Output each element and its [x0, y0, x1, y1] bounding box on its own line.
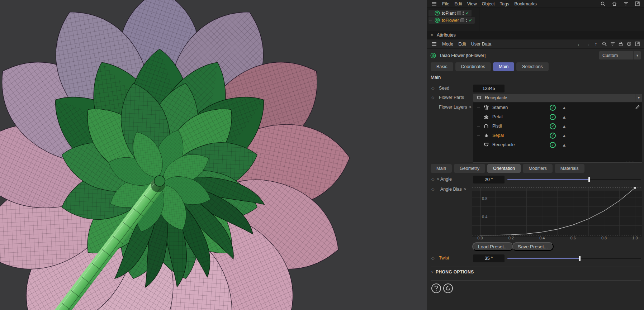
3d-viewport[interactable] [0, 0, 427, 310]
triangle-icon[interactable]: ▲ [562, 114, 567, 120]
object-label[interactable]: toPlant [442, 11, 456, 16]
layer-row-stamen[interactable]: Stamen ✓ ▲ [473, 103, 642, 112]
filter-icon[interactable] [609, 41, 616, 47]
seed-input[interactable]: 12345 [473, 85, 505, 92]
enabled-check-icon[interactable]: ✓ [550, 114, 556, 120]
petal-icon [483, 114, 489, 120]
curve-endpoint [634, 187, 636, 189]
triangle-icon[interactable]: ▲ [562, 133, 567, 138]
twist-slider[interactable] [507, 258, 641, 259]
angle-bias-curve-editor[interactable]: 0.8 0.4 0.00.20.40.60.81.0 [472, 186, 642, 240]
close-icon[interactable]: × [431, 33, 433, 38]
target-icon[interactable] [626, 41, 632, 47]
twist-slider-handle[interactable] [579, 256, 581, 261]
triangle-icon[interactable]: ▲ [562, 124, 567, 129]
object-label[interactable]: toFlower [442, 18, 459, 23]
tab-main[interactable]: Main [431, 164, 452, 173]
keyframe-diamond-icon[interactable]: ◇ [431, 95, 434, 100]
home-icon[interactable] [611, 1, 617, 7]
keyframe-diamond-icon[interactable]: ◇ [431, 187, 434, 192]
menu-user-data[interactable]: User Data [471, 42, 491, 47]
hamburger-menu-icon[interactable] [431, 1, 437, 7]
collapse-chevron-icon[interactable]: ∨ [437, 177, 439, 181]
layer-row-pistil[interactable]: Pistil ✓ ▲ [473, 121, 642, 131]
layer-label: Sepal [492, 133, 521, 138]
menu-mode[interactable]: Mode [442, 42, 453, 47]
menu-edit[interactable]: Edit [454, 1, 462, 6]
help-icon[interactable] [431, 283, 441, 293]
lock-icon[interactable] [617, 41, 624, 47]
y-tick-0-8: 0.8 [482, 196, 487, 201]
tab-modifiers[interactable]: Modifiers [523, 164, 553, 173]
keyframe-diamond-icon[interactable]: ◇ [431, 177, 434, 182]
chevron-down-icon: ▼ [633, 51, 641, 59]
seed-row: ◇ Seed 12345 [427, 85, 644, 92]
angle-slider-handle[interactable] [588, 177, 590, 182]
list-resize-handle[interactable]: ······ [626, 160, 635, 163]
triangle-icon[interactable]: ▲ [562, 142, 567, 148]
enabled-check-icon[interactable]: ✓ [469, 18, 473, 23]
menu-tags[interactable]: Tags [500, 1, 509, 6]
twist-label: Twist [439, 256, 449, 261]
attributes-titlebar: × Attributes [427, 31, 644, 39]
enabled-check-icon[interactable]: ✓ [550, 105, 556, 111]
keyframe-diamond-icon[interactable]: ◇ [431, 86, 434, 91]
menu-bookmarks[interactable]: Bookmarks [514, 1, 537, 6]
enabled-check-icon[interactable]: ✓ [550, 133, 556, 139]
hamburger-menu-icon[interactable] [431, 41, 437, 47]
save-preset-button[interactable]: Save Preset... [512, 242, 554, 251]
preset-dropdown[interactable]: Custom ▼ [599, 51, 641, 59]
svg-text:0.2: 0.2 [508, 236, 514, 240]
triangle-icon[interactable]: ▲ [562, 105, 567, 110]
load-preset-button[interactable]: Load Preset... [472, 242, 513, 251]
flower-parts-value: Receptacle [485, 95, 507, 100]
tab-basic[interactable]: Basic [431, 62, 453, 71]
svg-text:0.0: 0.0 [477, 236, 483, 240]
tab-selections[interactable]: Selections [516, 62, 549, 71]
layer-label: Receptacle [492, 142, 521, 147]
tab-geometry[interactable]: Geometry [454, 164, 485, 173]
popout-icon[interactable] [634, 41, 640, 47]
search-icon[interactable] [600, 1, 606, 7]
search-icon[interactable] [601, 41, 607, 47]
object-state-icon[interactable] [460, 18, 464, 22]
object-state-icon[interactable] [457, 11, 461, 15]
menu-file[interactable]: File [442, 1, 449, 6]
visibility-dots[interactable] [466, 19, 467, 22]
back-arrow-icon[interactable]: ← [576, 41, 583, 47]
flower-layers-label[interactable]: Flower Layers> [439, 105, 472, 110]
tab-main[interactable]: Main [493, 62, 514, 71]
filter-icon[interactable] [622, 1, 629, 7]
enabled-check-icon[interactable]: ✓ [465, 11, 469, 15]
expand-icon[interactable] [634, 1, 640, 7]
object-row-toplant[interactable]: toPlant ✓ [428, 10, 472, 16]
seed-label: Seed [439, 86, 449, 91]
menu-object[interactable]: Object [482, 1, 495, 6]
keyframe-diamond-icon[interactable]: ◇ [431, 256, 434, 261]
layer-row-petal[interactable]: Petal ✓ ▲ [473, 112, 642, 121]
divider [473, 162, 642, 163]
twist-input[interactable]: 35 ° [473, 254, 505, 262]
layer-row-receptacle[interactable]: Receptacle ✓ ▲ [473, 140, 642, 149]
flower-parts-dropdown[interactable]: Receptacle ▼ [473, 94, 642, 102]
enabled-check-icon[interactable]: ✓ [550, 123, 556, 129]
menu-view[interactable]: View [467, 1, 477, 6]
object-row-toflower[interactable]: toFlower ✓ [428, 17, 475, 24]
visibility-dots[interactable] [463, 11, 464, 15]
tab-orientation[interactable]: Orientation [487, 164, 521, 173]
angle-input[interactable]: 20 ° [473, 176, 505, 183]
angle-bias-curve-svg: 0.8 0.4 0.00.20.40.60.81.0 [472, 186, 642, 240]
enabled-check-icon[interactable]: ✓ [550, 142, 556, 148]
angle-slider[interactable] [507, 179, 641, 180]
menu-edit[interactable]: Edit [458, 42, 466, 47]
phong-options-header[interactable]: › PHONG OPTIONS [431, 270, 474, 275]
layer-label: Petal [492, 114, 521, 119]
layer-row-sepal[interactable]: Sepal ✓ ▲ [473, 131, 642, 140]
reset-icon[interactable] [443, 283, 453, 293]
tab-coordinates[interactable]: Coordinates [455, 62, 491, 71]
up-arrow-icon[interactable]: ↑ [593, 41, 599, 47]
sub-tabs: Main Geometry Orientation Modifiers Mate… [431, 164, 584, 173]
angle-bias-label[interactable]: Angle Bias> [440, 187, 466, 192]
forward-arrow-icon[interactable]: → [584, 41, 591, 47]
tab-materials[interactable]: Materials [555, 164, 584, 173]
